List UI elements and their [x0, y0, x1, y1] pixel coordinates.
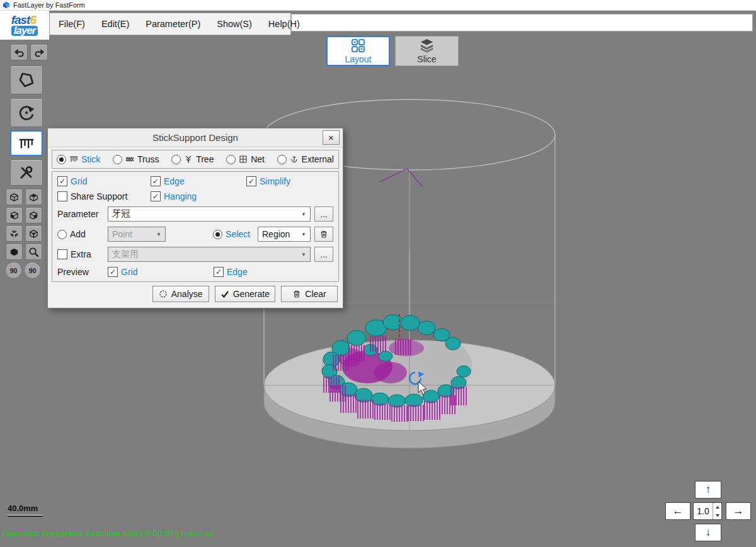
zoom-spin-buttons	[713, 503, 721, 519]
close-button[interactable]: ×	[323, 130, 340, 145]
preview-grid-label: Grid	[121, 267, 137, 277]
rotate-cw-90-label: 90	[29, 267, 37, 274]
triangle-up-icon	[716, 506, 719, 509]
type-stick-label: Stick	[81, 154, 100, 164]
rotate-ccw-90-button[interactable]: 90	[5, 262, 22, 279]
nav-down-button[interactable]: ↓	[695, 524, 721, 541]
radio-icon	[226, 155, 236, 164]
undo-icon	[13, 47, 25, 59]
stick-support-dialog: StickSupport Design × Stick Truss	[47, 128, 343, 308]
menu-parameter[interactable]: Parameter(P)	[144, 18, 202, 30]
zoom-tool-button[interactable]	[25, 244, 42, 260]
tab-layout[interactable]: Layout	[326, 36, 390, 66]
menu-help[interactable]: Help(H)	[267, 18, 301, 30]
repair-tools-button[interactable]	[10, 159, 43, 186]
nav-left-button[interactable]: ←	[665, 502, 690, 520]
tab-slice-label: Slice	[417, 54, 436, 64]
chevron-down-icon: ▼	[156, 232, 161, 237]
region-select[interactable]: Region ▼	[258, 227, 311, 242]
radio-icon	[277, 155, 287, 164]
grid-checkbox[interactable]: Grid	[57, 176, 151, 186]
select-mode-radio[interactable]: Select	[213, 229, 250, 239]
status-message: Operation completed, total time cost [ 0…	[3, 529, 214, 538]
cube-icon	[28, 191, 40, 203]
tab-slice[interactable]: Slice	[395, 36, 459, 66]
preview-grid-checkbox[interactable]: Grid	[108, 267, 214, 277]
delete-selection-button[interactable]	[314, 227, 333, 242]
simplify-label: Simplify	[260, 176, 290, 186]
shape-tool-button[interactable]	[10, 65, 43, 94]
type-tree-label: Tree	[196, 154, 214, 164]
menu-file[interactable]: File(F)	[57, 18, 86, 30]
extra-label: Extra	[71, 249, 91, 259]
mirror-tool-button[interactable]	[25, 189, 42, 205]
extra-checkbox[interactable]: Extra	[57, 249, 108, 259]
type-external-radio[interactable]: External	[277, 154, 334, 164]
generate-button[interactable]: Generate	[215, 286, 275, 302]
menu-show[interactable]: Show(S)	[215, 18, 253, 30]
share-support-checkbox[interactable]: Share Support	[57, 191, 151, 201]
slice-icon	[419, 38, 435, 54]
zoom-increase-button[interactable]	[713, 503, 721, 511]
chevron-down-icon: ▼	[301, 252, 306, 257]
array-tool-button[interactable]	[6, 207, 23, 223]
radio-icon	[171, 155, 181, 164]
scale-label: 40.0mm	[8, 504, 38, 513]
options-row-1: Grid Edge Simplify	[57, 176, 333, 186]
analyse-button[interactable]: Analyse	[152, 286, 209, 302]
hanging-label: Hanging	[164, 191, 197, 201]
edge-checkbox[interactable]: Edge	[151, 176, 246, 186]
app-icon	[3, 1, 10, 9]
clear-label: Clear	[305, 289, 326, 299]
menu-edit[interactable]: Edit(E)	[100, 18, 130, 30]
transform-tool-button[interactable]	[25, 207, 42, 223]
simplify-checkbox[interactable]: Simplify	[246, 176, 290, 186]
close-icon: ×	[328, 132, 334, 143]
parameter-row: Parameter 牙冠 ▼ ...	[57, 206, 333, 222]
scale-bar	[8, 515, 43, 517]
type-stick-radio[interactable]: Stick	[57, 154, 100, 164]
checkbox-icon	[214, 267, 224, 277]
support-tool-button[interactable]	[10, 130, 43, 156]
checkbox-icon	[57, 176, 67, 186]
clear-button[interactable]: Clear	[281, 286, 338, 302]
add-mode-radio[interactable]: Add	[57, 229, 108, 239]
rotate-cw-90-button[interactable]: 90	[24, 262, 41, 279]
nav-up-button[interactable]: ↑	[695, 481, 721, 499]
parameter-select[interactable]: 牙冠 ▼	[108, 206, 311, 222]
hanging-checkbox[interactable]: Hanging	[151, 191, 246, 201]
menubar: File(F) Edit(E) Parameter(P) Show(S) Hel…	[49, 13, 291, 35]
extra-more-button[interactable]: ...	[314, 247, 333, 262]
parameter-more-button[interactable]: ...	[314, 206, 333, 222]
duplicate-tool-button[interactable]	[6, 189, 23, 205]
tab-layout-label: Layout	[345, 54, 371, 64]
cube-icon	[8, 228, 20, 240]
zoom-stepper[interactable]: 1.0	[693, 502, 722, 520]
magnifier-icon	[28, 246, 40, 258]
select-label: Select	[226, 229, 250, 239]
redo-button[interactable]	[30, 44, 48, 60]
scale-indicator: 40.0mm	[8, 504, 43, 517]
trash-icon	[292, 290, 301, 298]
rotate-tool-button[interactable]	[10, 98, 43, 127]
check-icon	[220, 290, 229, 298]
logo-text-bottom: layer	[11, 26, 38, 36]
nav-right-button[interactable]: →	[726, 502, 751, 520]
type-truss-radio[interactable]: Truss	[113, 154, 159, 164]
trash-icon	[319, 230, 328, 239]
share-support-label: Share Support	[71, 191, 127, 201]
grid-label: Grid	[71, 176, 87, 186]
solid-view-button[interactable]	[6, 244, 23, 260]
preview-label: Preview	[57, 267, 108, 277]
layout-icon	[350, 38, 366, 54]
type-tree-radio[interactable]: Tree	[171, 154, 214, 164]
dialog-titlebar[interactable]: StickSupport Design ×	[48, 128, 343, 147]
chevron-down-icon: ▼	[301, 211, 306, 217]
preview-edge-checkbox[interactable]: Edge	[214, 267, 248, 277]
type-net-radio[interactable]: Net	[226, 154, 265, 164]
align-tool-button[interactable]	[25, 225, 42, 242]
boolean-tool-button[interactable]	[6, 225, 23, 242]
zoom-decrease-button[interactable]	[713, 511, 721, 519]
cube-icon	[28, 228, 40, 240]
undo-button[interactable]	[10, 44, 28, 60]
